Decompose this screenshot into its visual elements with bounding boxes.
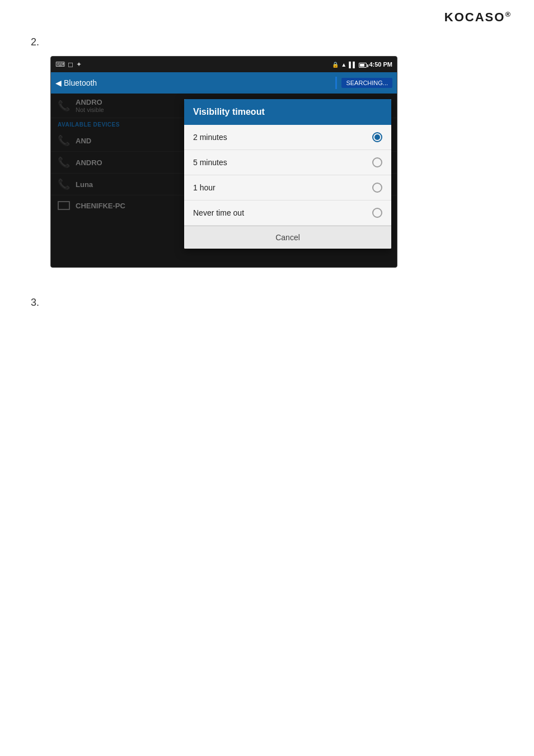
back-arrow-icon: ◀ [55, 78, 62, 87]
option-label: 1 hour [193, 183, 216, 192]
signal-bars: ▌▌ [349, 62, 357, 68]
phone-frame: ⌨ ◻ ✦ 🔒 ▲ ▌▌ 4:50 PM ◀ Bluetooth SEARCHI… [50, 56, 397, 268]
status-bar-left: ⌨ ◻ ✦ [55, 60, 82, 68]
logo-superscript: ® [505, 10, 512, 18]
radio-button-never[interactable] [372, 208, 382, 218]
app-bar: ◀ Bluetooth SEARCHING... [51, 72, 397, 94]
dialog-title: Visibility timeout [184, 99, 391, 125]
option-2-minutes[interactable]: 2 minutes [184, 125, 391, 150]
option-never-timeout[interactable]: Never time out [184, 200, 391, 226]
wifi-icon: ▲ [341, 62, 346, 68]
cancel-button[interactable]: Cancel [184, 226, 391, 249]
logo-text: KOCASO [444, 10, 505, 24]
battery-icon [359, 61, 367, 68]
bluetooth-status-icon: ✦ [76, 60, 82, 68]
option-5-minutes[interactable]: 5 minutes [184, 150, 391, 175]
option-label: Never time out [193, 208, 244, 217]
app-bar-title: Bluetooth [64, 78, 97, 87]
step-3-label: 3. [31, 297, 39, 309]
back-button[interactable]: ◀ Bluetooth [55, 78, 97, 87]
option-1-hour[interactable]: 1 hour [184, 175, 391, 200]
radio-button-5min[interactable] [372, 157, 382, 167]
step-2-label: 2. [31, 36, 39, 48]
divider [335, 77, 337, 89]
kocaso-logo: KOCASO® [444, 10, 512, 25]
lock-icon: 🔒 [332, 62, 339, 68]
radio-button-2min[interactable] [372, 132, 382, 142]
content-area: 📞 ANDRO Not visible AVAILABLE DEVICES 📞 … [51, 94, 397, 267]
searching-button[interactable]: SEARCHING... [341, 78, 392, 88]
status-bar-right: 🔒 ▲ ▌▌ 4:50 PM [332, 61, 392, 68]
radio-button-1hour[interactable] [372, 183, 382, 193]
dialog-overlay: Visibility timeout 2 minutes 5 minutes 1… [51, 94, 397, 267]
option-label: 2 minutes [193, 133, 227, 142]
option-label: 5 minutes [193, 158, 227, 167]
usb-icon: ⌨ [55, 60, 65, 68]
time-display: 4:50 PM [369, 61, 392, 68]
visibility-timeout-dialog: Visibility timeout 2 minutes 5 minutes 1… [184, 99, 391, 249]
status-bar: ⌨ ◻ ✦ 🔒 ▲ ▌▌ 4:50 PM [51, 57, 397, 72]
screenshot-icon: ◻ [68, 60, 73, 68]
